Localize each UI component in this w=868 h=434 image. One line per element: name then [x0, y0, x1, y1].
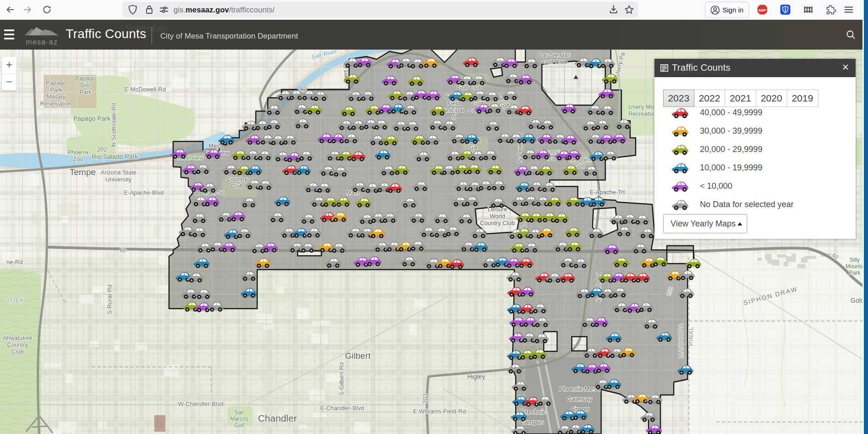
svg-text:llsworth-Rd: llsworth-Rd	[595, 272, 602, 302]
svg-text:S-Gilbert-Rd: S-Gilbert-Rd	[338, 362, 345, 395]
svg-text:E-Apache-Trl: E-Apache-Trl	[590, 189, 625, 196]
svg-text:Park: Park	[79, 89, 92, 96]
svg-text:ABP: ABP	[759, 8, 767, 12]
svg-text:Ahwatukee: Ahwatukee	[3, 334, 32, 341]
svg-text:Papago Park: Papago Park	[73, 115, 111, 122]
svg-text:Military: Military	[46, 93, 66, 100]
svg-text:Dist: Dist	[80, 82, 91, 89]
svg-text:Higley: Higley	[468, 373, 485, 380]
svg-text:Chandler: Chandler	[258, 413, 297, 423]
svg-text:San: San	[234, 409, 244, 416]
svg-text:Usery Mo: Usery Mo	[628, 103, 654, 110]
svg-text:Golf Club: Golf Club	[457, 84, 482, 91]
svg-text:Papago: Papago	[75, 75, 96, 82]
svg-text:Country: Country	[7, 341, 28, 348]
svg-text:Phoenix: Phoenix	[68, 149, 89, 156]
svg-text:Ga: Ga	[469, 144, 477, 151]
svg-text:Mounta: Mounta	[845, 263, 864, 270]
svg-text:Golf: Golf	[234, 422, 245, 428]
svg-text:W-Chandler-Blvd: W-Chandler-Blvd	[178, 400, 224, 407]
svg-text:Country Club: Country Club	[480, 220, 515, 226]
svg-text:PINAL: PINAL	[688, 327, 694, 346]
svg-text:Papago: Papago	[46, 79, 67, 86]
svg-text:N-Scottsdale-Rd: N-Scottsdale-Rd	[110, 103, 117, 147]
svg-text:202: 202	[422, 394, 428, 404]
svg-text:ne-Rd: ne-Rd	[6, 259, 23, 265]
svg-text:E-Williams-Field-Rd: E-Williams-Field-Rd	[413, 408, 466, 415]
svg-text:E-McDowell-Rd: E-McDowell-Rd	[124, 86, 166, 93]
svg-text:Country: Country	[226, 175, 248, 182]
svg-text:mesa·az: mesa·az	[26, 38, 58, 46]
svg-text:Marcos: Marcos	[230, 416, 248, 422]
svg-text:Phoenix-Mesa: Phoenix-Mesa	[559, 385, 600, 393]
svg-text:unicipal: unicipal	[444, 107, 464, 113]
svg-text:Gateway: Gateway	[567, 395, 592, 403]
svg-text:Recreatio: Recreatio	[628, 110, 654, 117]
svg-text:Park: Park	[849, 270, 861, 276]
svg-text:Gold C: Gold C	[851, 297, 864, 304]
svg-text:60: 60	[120, 247, 126, 254]
svg-text:University: University	[105, 176, 132, 183]
svg-text:202: 202	[97, 146, 107, 153]
svg-text:Tempe: Tempe	[69, 167, 96, 177]
svg-text:rt: rt	[452, 113, 456, 120]
svg-text:Club: Club	[231, 182, 243, 189]
svg-text:Golf Club: Golf Club	[542, 58, 567, 65]
svg-text:MARICOPA: MARICOPA	[677, 323, 684, 358]
svg-text:Gilbert: Gilbert	[345, 351, 371, 361]
svg-text:Silly: Silly	[850, 257, 860, 263]
svg-text:Zoo: Zoo	[73, 156, 83, 163]
svg-text:Arizona State: Arizona State	[101, 169, 136, 176]
svg-text:Club: Club	[11, 348, 24, 355]
svg-text:Rio Salado Park: Rio Salado Park	[91, 153, 138, 160]
svg-text:Las Sendas: Las Sendas	[539, 51, 571, 58]
svg-text:Reservation: Reservation	[40, 100, 72, 107]
svg-text:Park: Park	[50, 86, 62, 93]
svg-text:E-Chandler-Blvd: E-Chandler-Blvd	[320, 405, 364, 411]
svg-text:S-Rural-Rd: S-Rural-Rd	[106, 284, 113, 314]
svg-text:World: World	[490, 213, 505, 220]
svg-text:1716 ft: 1716 ft	[6, 298, 23, 304]
svg-text:E-Apache-Blvd: E-Apache-Blvd	[124, 189, 164, 196]
